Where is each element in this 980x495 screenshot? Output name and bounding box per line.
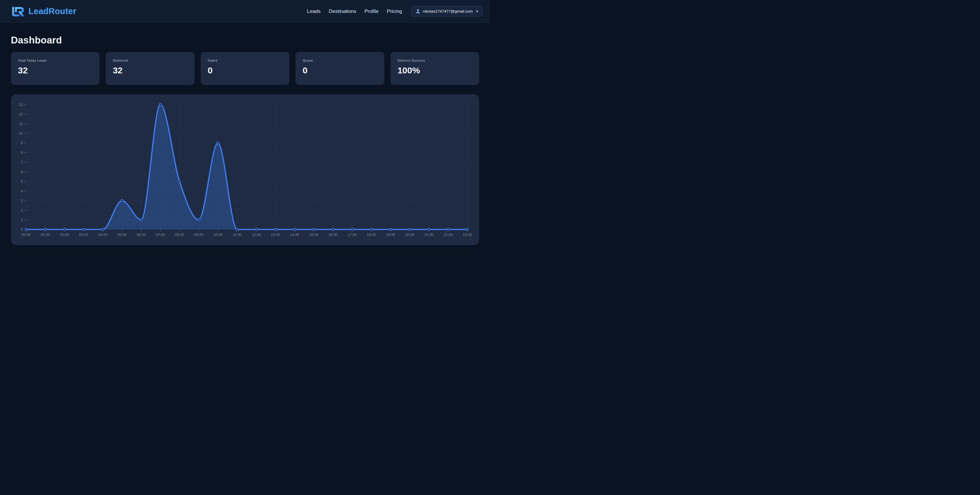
stat-card-delivery-success: Delivery Success 100%: [391, 52, 479, 85]
svg-text:01:00: 01:00: [41, 233, 50, 237]
stat-label: Delivery Success: [398, 59, 472, 62]
svg-text:11: 11: [19, 122, 23, 126]
svg-text:12: 12: [19, 112, 23, 116]
svg-text:14:00: 14:00: [290, 233, 299, 237]
svg-text:1: 1: [21, 218, 23, 222]
svg-text:19:00: 19:00: [386, 233, 395, 237]
person-icon: [415, 9, 420, 14]
stat-card-queue: Queue 0: [296, 52, 384, 85]
stat-label: Delivered: [113, 59, 187, 62]
svg-text:2: 2: [21, 208, 23, 212]
svg-text:15:00: 15:00: [309, 233, 318, 237]
stat-card-failed: Failed 0: [201, 52, 289, 85]
svg-text:17:00: 17:00: [348, 233, 357, 237]
stat-value: 0: [208, 65, 282, 75]
svg-text:7: 7: [21, 160, 23, 164]
dashboard-page: Dashboard Total Today Leads 32 Delivered…: [0, 35, 490, 245]
nav-item-leads[interactable]: Leads: [307, 8, 320, 14]
svg-text:13: 13: [19, 103, 23, 107]
stat-label: Failed: [208, 59, 282, 62]
svg-text:02:00: 02:00: [60, 233, 69, 237]
svg-text:11:00: 11:00: [233, 233, 242, 237]
nav-item-destinations[interactable]: Destinations: [329, 8, 356, 14]
user-menu[interactable]: nikolas2747477@gmail.com ▼: [411, 6, 483, 17]
svg-text:22:00: 22:00: [443, 233, 452, 237]
svg-text:20:00: 20:00: [405, 233, 414, 237]
svg-text:16:00: 16:00: [328, 233, 337, 237]
chevron-down-icon: ▼: [476, 10, 479, 13]
svg-text:00:00: 00:00: [21, 233, 30, 237]
leads-chart-panel: 01234567891011121300:0001:0002:0003:0004…: [11, 94, 479, 245]
svg-text:03:00: 03:00: [79, 233, 88, 237]
svg-text:04:00: 04:00: [98, 233, 107, 237]
svg-text:3: 3: [21, 199, 23, 203]
svg-text:8: 8: [21, 151, 23, 155]
stat-label: Total Today Leads: [18, 59, 92, 62]
svg-text:9: 9: [21, 141, 23, 145]
svg-text:09:00: 09:00: [194, 233, 203, 237]
user-email: nikolas2747477@gmail.com: [423, 9, 473, 13]
svg-text:10:00: 10:00: [213, 233, 223, 237]
svg-text:6: 6: [21, 170, 23, 174]
svg-text:08:00: 08:00: [175, 233, 184, 237]
lr-monogram-icon: [11, 5, 25, 18]
svg-text:06:00: 06:00: [137, 233, 146, 237]
svg-text:21:00: 21:00: [424, 233, 433, 237]
leads-per-hour-chart[interactable]: 01234567891011121300:0001:0002:0003:0004…: [11, 94, 479, 245]
stats-row: Total Today Leads 32 Delivered 32 Failed…: [11, 52, 479, 85]
brand-name: LeadRouter: [29, 6, 76, 16]
svg-text:10: 10: [19, 131, 23, 136]
svg-text:4: 4: [21, 189, 23, 193]
svg-text:18:00: 18:00: [367, 233, 376, 237]
stat-value: 32: [113, 65, 187, 75]
svg-text:05:00: 05:00: [118, 233, 126, 237]
page-title: Dashboard: [11, 35, 479, 46]
stat-value: 0: [302, 65, 377, 75]
stat-value: 32: [18, 65, 92, 75]
nav-item-profile[interactable]: Profile: [364, 8, 379, 14]
brand-logo[interactable]: LeadRouter: [11, 5, 76, 18]
top-nav: LeadRouter Leads Destinations Profile Pr…: [0, 0, 490, 23]
svg-text:0: 0: [21, 228, 23, 232]
svg-text:23:00: 23:00: [463, 233, 472, 237]
svg-text:13:00: 13:00: [271, 233, 280, 237]
stat-card-delivered: Delivered 32: [106, 52, 194, 85]
stat-label: Queue: [302, 59, 377, 62]
svg-text:5: 5: [21, 179, 23, 184]
stat-value: 100%: [398, 65, 472, 75]
svg-text:07:00: 07:00: [156, 233, 165, 237]
nav-links: Leads Destinations Profile Pricing: [307, 8, 402, 14]
stat-card-total-today-leads: Total Today Leads 32: [11, 52, 99, 85]
svg-text:12:00: 12:00: [252, 233, 261, 237]
nav-item-pricing[interactable]: Pricing: [387, 8, 402, 14]
